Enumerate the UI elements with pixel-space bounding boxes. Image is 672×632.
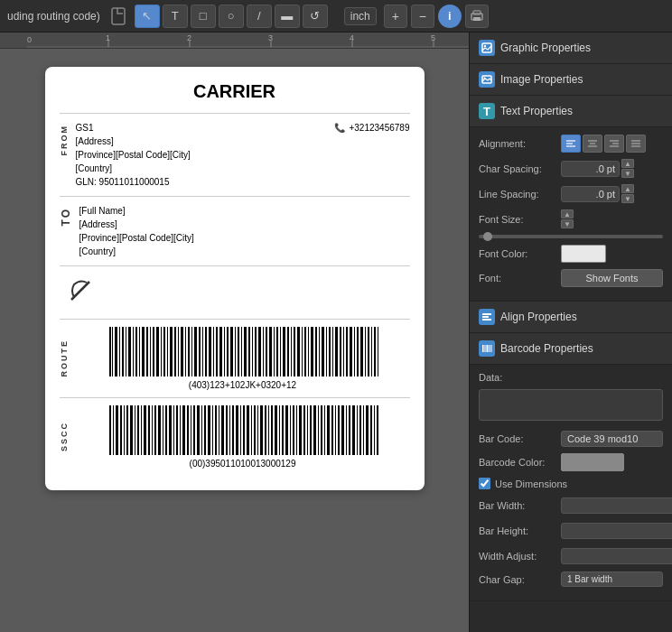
char-spacing-down[interactable]: ▼: [621, 169, 634, 178]
svg-rect-149: [299, 405, 302, 455]
svg-rect-51: [227, 327, 229, 376]
pointer-tool[interactable]: ↖: [135, 5, 160, 28]
svg-rect-170: [374, 405, 375, 455]
zoom-out-btn[interactable]: −: [411, 5, 434, 28]
line-spacing-up[interactable]: ▲: [621, 184, 634, 193]
align-center-btn[interactable]: [583, 135, 602, 153]
svg-rect-166: [359, 405, 361, 455]
graphic-properties-header[interactable]: Graphic Properties: [470, 33, 672, 64]
svg-rect-52: [230, 327, 233, 376]
font-size-thumb[interactable]: [483, 232, 492, 241]
forbidden-icon: [60, 274, 101, 311]
svg-rect-100: [126, 405, 128, 455]
svg-rect-70: [294, 327, 295, 376]
width-adjust-stepper: ▲ ▼: [561, 546, 672, 565]
to-tag: TO: [60, 204, 72, 229]
info-btn[interactable]: i: [438, 5, 462, 28]
barcode-data-input[interactable]: [479, 389, 663, 421]
unit-selector[interactable]: inch: [344, 7, 377, 25]
zoom-in-btn[interactable]: +: [384, 5, 407, 28]
width-adjust-input[interactable]: [561, 548, 672, 564]
barcode-color-label: Barcode Color:: [479, 457, 555, 468]
font-color-swatch[interactable]: [561, 245, 606, 263]
svg-rect-20: [119, 327, 120, 376]
svg-rect-153: [313, 405, 316, 455]
text-properties-icon: T: [479, 103, 495, 119]
svg-rect-120: [197, 405, 200, 455]
align-right-btn[interactable]: [604, 135, 624, 153]
bar-code-row: Bar Code: Code 39 mod10 Code 128 EAN-13 …: [479, 431, 663, 447]
char-gap-select[interactable]: 1 Bar width 2 Bar width None: [561, 572, 663, 587]
svg-rect-34: [167, 327, 168, 376]
bar-width-input[interactable]: [561, 497, 672, 514]
line-tool[interactable]: /: [247, 5, 272, 28]
line-spacing-input[interactable]: [561, 186, 620, 202]
align-justify-btn[interactable]: [626, 135, 646, 153]
route-tag: ROUTE: [60, 336, 69, 381]
font-size-up[interactable]: ▲: [561, 209, 574, 218]
svg-rect-40: [188, 327, 190, 376]
svg-rect-103: [137, 405, 139, 455]
bar-height-label: Bar Height:: [479, 525, 555, 536]
line-spacing-down[interactable]: ▼: [621, 194, 634, 203]
barcode-properties-header[interactable]: Barcode Properties: [470, 333, 672, 365]
use-dimensions-checkbox[interactable]: [479, 478, 490, 489]
font-color-row: Font Color:: [479, 245, 663, 263]
bar-height-row: Bar Height: ▲ ▼: [479, 521, 663, 540]
ellipse-tool[interactable]: ○: [219, 5, 244, 28]
print-btn[interactable]: [465, 5, 489, 28]
svg-rect-30: [153, 327, 154, 376]
svg-rect-117: [187, 405, 189, 455]
align-properties-header[interactable]: Align Properties: [470, 302, 672, 333]
svg-rect-71: [297, 327, 300, 376]
text-tool[interactable]: T: [163, 5, 188, 28]
svg-rect-136: [254, 405, 256, 455]
svg-rect-21: [122, 327, 124, 376]
barcode-tool[interactable]: ▬: [275, 5, 300, 28]
from-address-block: GS1 [Address] [Province][Postal Code][Ci…: [76, 121, 191, 189]
svg-rect-125: [215, 405, 217, 455]
sscc-tag: SSCC: [60, 418, 69, 455]
svg-rect-50: [224, 327, 225, 376]
svg-rect-93: [374, 327, 376, 376]
align-left-btn[interactable]: [561, 135, 581, 153]
font-size-slider[interactable]: [479, 235, 663, 238]
rect-tool[interactable]: □: [191, 5, 216, 28]
svg-rect-127: [221, 405, 224, 455]
svg-rect-118: [191, 405, 191, 455]
svg-rect-114: [176, 405, 178, 455]
svg-rect-145: [285, 405, 288, 455]
svg-rect-28: [146, 327, 148, 376]
svg-rect-130: [232, 405, 234, 455]
image-properties-header[interactable]: Image Properties: [470, 64, 672, 96]
text-properties-header[interactable]: T Text Properties: [470, 96, 672, 127]
from-address: [Address]: [76, 135, 191, 148]
svg-rect-154: [318, 405, 319, 455]
from-gln: GLN: 95011011000015: [76, 175, 191, 189]
svg-rect-84: [343, 327, 344, 376]
rotate-tool[interactable]: ↺: [303, 5, 328, 28]
svg-rect-38: [181, 327, 183, 376]
svg-rect-107: [152, 405, 153, 455]
svg-rect-43: [199, 327, 201, 376]
canvas-viewport: CARRIER FROM GS1 [Address] [Province][Po…: [0, 49, 469, 508]
bar-height-input[interactable]: [561, 523, 672, 539]
bar-code-select[interactable]: Code 39 mod10 Code 128 EAN-13 QR Code: [561, 431, 663, 447]
width-adjust-row: Width Adjust: ▲ ▼: [479, 546, 663, 565]
barcode-color-swatch[interactable]: [561, 453, 624, 471]
char-spacing-input[interactable]: [561, 161, 620, 177]
svg-rect-75: [311, 327, 313, 376]
to-country: [Country]: [79, 245, 410, 258]
svg-rect-88: [357, 327, 359, 376]
svg-rect-66: [280, 327, 281, 376]
show-fonts-btn[interactable]: Show Fonts: [561, 269, 663, 287]
phone-number: +32123456789: [349, 121, 409, 135]
svg-rect-58: [252, 327, 253, 376]
svg-text:4: 4: [350, 33, 354, 42]
char-spacing-up[interactable]: ▲: [621, 159, 634, 168]
svg-rect-169: [370, 405, 372, 455]
svg-rect-85: [346, 327, 348, 376]
font-label: Font:: [479, 273, 555, 283]
font-size-down[interactable]: ▼: [561, 219, 574, 228]
line-spacing-label: Line Spacing:: [479, 189, 555, 200]
